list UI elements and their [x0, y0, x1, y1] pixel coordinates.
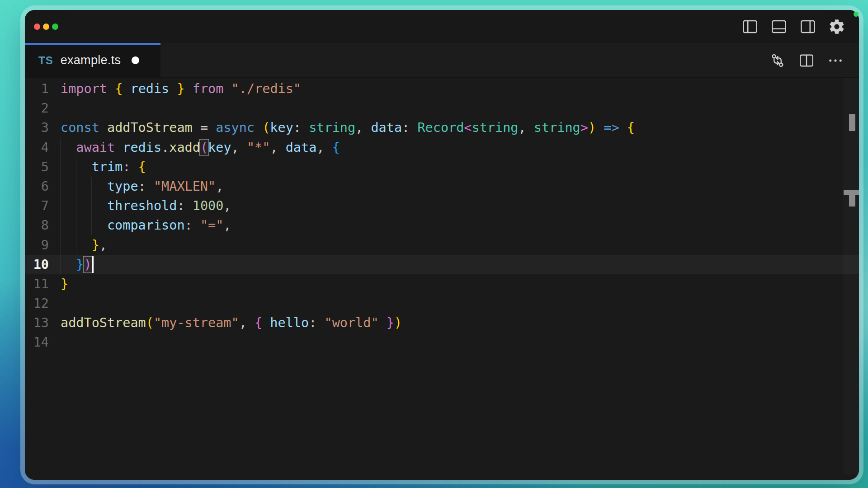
code-token: (	[146, 315, 154, 330]
code-token: "="	[200, 218, 223, 233]
line-number[interactable]: 13	[25, 313, 49, 333]
line-number[interactable]: 8	[25, 216, 49, 235]
code-token	[61, 198, 107, 213]
code-token	[596, 120, 604, 135]
code-token: comparison	[107, 218, 185, 233]
split-editor-icon[interactable]	[798, 52, 815, 69]
code-line[interactable]: const addToStream = async (key: string, …	[61, 118, 841, 137]
code-token	[185, 81, 193, 96]
code-token: threshold	[107, 198, 177, 213]
code-token: ,	[231, 140, 247, 155]
close-button[interactable]	[34, 23, 40, 30]
code-token	[123, 81, 130, 96]
code-token: from	[193, 81, 224, 96]
line-number[interactable]: 7	[25, 196, 49, 216]
line-number[interactable]: 9	[25, 235, 49, 255]
code-token: ,	[355, 120, 371, 135]
unsaved-changes-dot-icon[interactable]	[132, 56, 139, 64]
code-editor[interactable]: 1234567891011121314 import { redis } fro…	[25, 78, 859, 480]
line-number[interactable]: 5	[25, 157, 49, 177]
code-token: {	[255, 315, 262, 330]
toggle-secondary-sidebar-icon[interactable]	[799, 18, 816, 35]
vertical-scrollbar[interactable]	[843, 78, 859, 474]
code-token	[115, 140, 123, 155]
code-token: }	[92, 238, 99, 253]
tab-title: example.ts	[61, 53, 121, 67]
code-token	[169, 81, 177, 96]
code-token: :	[293, 120, 309, 135]
toggle-primary-sidebar-icon[interactable]	[741, 18, 759, 35]
code-token: ,	[99, 238, 107, 253]
line-number[interactable]: 10	[25, 255, 49, 274]
code-line[interactable]: },	[61, 235, 841, 255]
line-number[interactable]: 6	[25, 177, 49, 196]
code-content[interactable]: import { redis } from "./redis"const add…	[61, 79, 841, 352]
line-number-gutter: 1234567891011121314	[25, 79, 49, 352]
code-token: :	[185, 218, 200, 233]
zoom-button[interactable]	[52, 23, 58, 30]
code-token	[61, 257, 76, 272]
code-token	[619, 120, 627, 135]
code-token: :	[138, 179, 154, 194]
code-token: string	[309, 120, 355, 135]
code-token: "MAXLEN"	[154, 179, 216, 194]
code-token	[61, 160, 92, 174]
code-token	[61, 179, 107, 194]
titlebar[interactable]	[25, 10, 859, 43]
code-token: :	[402, 120, 417, 135]
code-line[interactable]: type: "MAXLEN",	[61, 177, 841, 196]
line-number[interactable]: 4	[25, 138, 49, 157]
overview-ruler-mark	[844, 190, 859, 195]
code-token: "my-stream"	[154, 315, 239, 330]
code-token: }	[76, 257, 84, 272]
code-line[interactable]	[61, 294, 841, 313]
line-number[interactable]: 2	[25, 99, 49, 118]
toggle-panel-icon[interactable]	[770, 18, 788, 35]
code-token: {	[332, 140, 340, 155]
code-token	[223, 81, 231, 96]
code-token: string	[472, 120, 519, 135]
code-line[interactable]	[61, 99, 841, 118]
line-number[interactable]: 12	[25, 294, 49, 313]
code-token: const	[61, 120, 99, 135]
code-token	[99, 120, 107, 135]
code-token: {	[115, 81, 123, 96]
code-line[interactable]: })	[61, 255, 841, 274]
line-number[interactable]: 14	[25, 333, 49, 352]
code-line[interactable]: addToStream("my-stream", { hello: "world…	[61, 313, 841, 333]
tab-example-ts[interactable]: TS example.ts	[25, 43, 160, 78]
open-changes-icon[interactable]	[769, 52, 786, 69]
line-number[interactable]: 1	[25, 79, 49, 99]
code-token: key	[208, 140, 231, 155]
code-token	[379, 315, 387, 330]
code-token: Record	[417, 120, 464, 135]
code-line[interactable]	[61, 333, 841, 352]
minimize-button[interactable]	[43, 23, 49, 30]
code-line[interactable]: import { redis } from "./redis"	[61, 79, 841, 99]
code-token: async	[216, 120, 255, 135]
line-number[interactable]: 11	[25, 274, 49, 294]
code-token	[107, 81, 115, 96]
code-token: ,	[223, 218, 231, 233]
code-token: )	[588, 120, 596, 135]
code-token: >	[580, 120, 588, 135]
code-token	[61, 238, 92, 253]
line-number[interactable]: 3	[25, 118, 49, 137]
tab-actions	[769, 43, 844, 78]
code-line[interactable]: comparison: "=",	[61, 216, 841, 235]
code-token: .	[161, 140, 169, 155]
code-token: (	[200, 140, 208, 155]
settings-gear-icon[interactable]	[828, 18, 845, 35]
code-line[interactable]: }	[61, 274, 841, 294]
code-token: "world"	[324, 315, 378, 330]
code-line[interactable]: await redis.xadd(key, "*", data, {	[61, 138, 841, 157]
code-line[interactable]: trim: {	[61, 157, 841, 177]
code-token: {	[627, 120, 635, 135]
code-line[interactable]: threshold: 1000,	[61, 196, 841, 216]
recording-indicator-dot	[854, 12, 859, 17]
more-actions-icon[interactable]	[827, 52, 844, 69]
code-token: type	[107, 179, 138, 194]
code-token: await	[76, 140, 115, 155]
active-tab-indicator	[25, 43, 160, 45]
code-token: {	[138, 160, 146, 174]
